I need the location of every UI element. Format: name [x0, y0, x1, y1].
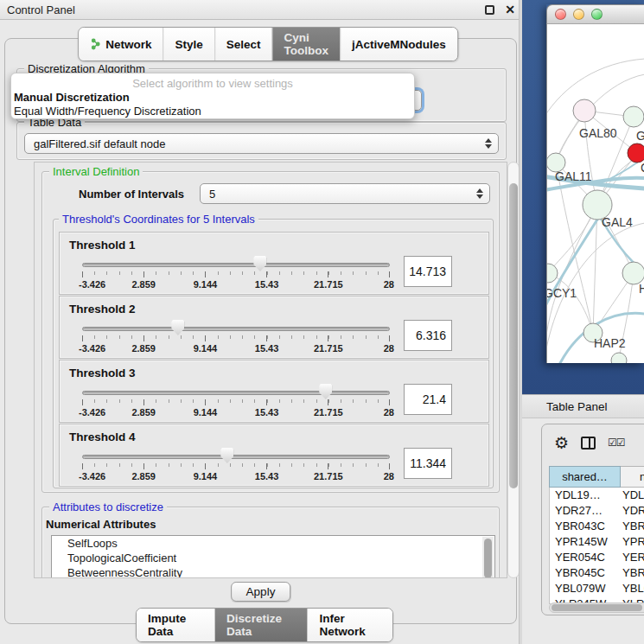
slider-track — [82, 327, 390, 331]
tick-label: 21.715 — [314, 343, 343, 354]
cell[interactable]: YBR0 — [620, 519, 644, 534]
cell[interactable]: YBL0 — [620, 581, 644, 596]
bottom-tabstrip: Impute Data Discretize Data Infer Networ… — [136, 608, 393, 642]
gear-icon[interactable]: ⚙ — [554, 435, 569, 451]
tick-label: 15.43 — [255, 279, 279, 290]
cell[interactable]: YER054C — [550, 550, 620, 565]
table-horizontal-scrollbar[interactable] — [549, 603, 644, 613]
node-attribute-table: shared… na YDL19…YDL1 YDR27…YDR2 YBR043C… — [549, 466, 644, 604]
table-data-combo[interactable]: galFiltered.sif default node — [24, 133, 499, 154]
slider-handle[interactable] — [171, 320, 184, 335]
numerical-attributes-list[interactable]: SelfLoops TopologicalCoefficient Between… — [51, 535, 495, 578]
algorithm-option-equal-width[interactable]: Equal Width/Frequency Discretization — [14, 105, 201, 118]
slider-track — [82, 391, 390, 395]
threshold-2-value-field[interactable] — [404, 320, 452, 351]
number-of-intervals-value: 5 — [209, 188, 215, 201]
column-header-name[interactable]: na — [621, 466, 644, 488]
table-row[interactable]: YBR045CYBR0 — [550, 565, 644, 581]
cell[interactable]: YDR27… — [550, 503, 620, 519]
threshold-4-slider[interactable]: -3.426 2.859 9.144 15.43 21.715 28 — [82, 448, 390, 486]
threshold-label: Threshold 4 — [69, 430, 136, 443]
list-scrollbar-thumb[interactable] — [484, 539, 492, 578]
threshold-label: Threshold 2 — [69, 303, 136, 316]
node-red — [628, 143, 644, 163]
table-row[interactable]: YPR145WYPR1 — [550, 534, 644, 550]
apply-button[interactable]: Apply — [231, 582, 291, 602]
threshold-label: Threshold 3 — [69, 367, 136, 379]
numerical-attributes-label: Numerical Attributes — [46, 518, 156, 531]
table-data-value: galFiltered.sif default node — [34, 137, 165, 150]
threshold-3-value-field[interactable] — [404, 384, 452, 415]
tick-label: 9.144 — [194, 343, 218, 354]
list-item[interactable]: BetweennessCentrality — [52, 565, 494, 578]
tick-label: 28 — [384, 471, 394, 481]
node-label-hap2: HAP2 — [594, 336, 626, 350]
cell[interactable]: YBR0 — [620, 565, 644, 581]
close-traffic-light-icon[interactable] — [555, 9, 566, 20]
table-row[interactable]: YBL079WYBL0 — [550, 581, 644, 596]
threshold-1-panel: Threshold 1 -3.426 2.859 9.144 — [59, 232, 489, 295]
panel-scrollbar-thumb[interactable] — [509, 183, 518, 488]
cell[interactable]: YER0 — [620, 550, 644, 565]
number-of-intervals-label: Number of Intervals — [79, 188, 184, 201]
slider-major-ticks — [82, 463, 390, 469]
network-canvas[interactable]: GAL80 GA C GAL11 GAL4 GCY1 H HAP2 — [546, 24, 644, 363]
table-row[interactable]: YDR27…YDR2 — [550, 503, 644, 519]
cell[interactable]: YPR1 — [620, 534, 644, 550]
tick-label: 9.144 — [194, 471, 218, 481]
cell[interactable]: YBR045C — [550, 565, 620, 581]
network-view-window[interactable]: GAL80 GA C GAL11 GAL4 GCY1 H HAP2 — [546, 4, 644, 363]
cell[interactable]: YDL1 — [620, 488, 644, 503]
threshold-4-value-field[interactable] — [404, 448, 452, 479]
tab-network[interactable]: Network — [79, 28, 163, 61]
node-label-gal4: GAL4 — [602, 215, 633, 229]
network-window-titlebar[interactable] — [546, 4, 644, 24]
tab-discretize-data[interactable]: Discretize Data — [214, 609, 307, 641]
tab-cyni-toolbox[interactable]: Cyni Toolbox — [272, 28, 340, 61]
table-row[interactable]: YBR043CYBR0 — [550, 519, 644, 534]
cell[interactable]: YPR145W — [550, 534, 620, 550]
table-scrollbar-thumb[interactable] — [552, 604, 642, 611]
number-of-intervals-combo[interactable]: 5 — [200, 183, 490, 204]
list-item[interactable]: TopologicalCoefficient — [52, 551, 494, 565]
cell[interactable]: YDR2 — [620, 503, 644, 519]
algorithm-option-manual[interactable]: Manual Discretization — [14, 91, 130, 104]
panel-scrollbar[interactable] — [507, 162, 520, 578]
slider-handle[interactable] — [253, 256, 266, 271]
tab-select[interactable]: Select — [214, 28, 272, 61]
table-row[interactable]: YER054CYER0 — [550, 550, 644, 565]
zoom-traffic-light-icon[interactable] — [591, 9, 603, 20]
tab-style[interactable]: Style — [163, 28, 214, 61]
split-view-icon[interactable] — [581, 437, 596, 450]
tick-label: 21.715 — [314, 279, 343, 290]
cell[interactable]: YBL079W — [550, 581, 620, 596]
combo-stepper-icon — [485, 138, 492, 149]
threshold-2-slider[interactable]: -3.426 2.859 9.144 15.43 21.715 28 — [82, 320, 390, 358]
close-icon[interactable]: ✕ — [505, 3, 515, 16]
list-scrollbar[interactable] — [482, 537, 494, 578]
column-visibility-icon[interactable]: ☑☑ — [608, 437, 625, 449]
slider-handle[interactable] — [220, 448, 233, 463]
slider-tick-labels: -3.426 2.859 9.144 15.43 21.715 28 — [82, 471, 390, 483]
tab-impute-data[interactable]: Impute Data — [137, 609, 214, 641]
threshold-1-value-field[interactable] — [404, 256, 452, 287]
table-row[interactable]: YDL19…YDL1 — [550, 488, 644, 503]
slider-tick-labels: -3.426 2.859 9.144 15.43 21.715 28 — [82, 279, 390, 291]
cell[interactable]: YDL19… — [550, 488, 620, 503]
column-header-shared[interactable]: shared… — [549, 466, 621, 488]
threshold-1-slider[interactable]: -3.426 2.859 9.144 15.43 21.715 28 — [82, 256, 390, 294]
settings-scroll-area: Interval Definition Number of Intervals … — [34, 162, 507, 578]
slider-handle[interactable] — [319, 384, 332, 399]
tab-label: Style — [175, 38, 202, 51]
minimize-traffic-light-icon[interactable] — [573, 9, 584, 20]
tab-infer-network[interactable]: Infer Network — [307, 609, 392, 641]
float-window-icon[interactable] — [485, 5, 494, 15]
cell[interactable]: YBR043C — [550, 519, 620, 534]
threshold-3-slider[interactable]: -3.426 2.859 9.144 15.43 21.715 28 — [82, 384, 390, 422]
tab-label: Cyni Toolbox — [284, 31, 328, 57]
tab-label: Network — [105, 38, 151, 51]
tab-jactivemnodules[interactable]: jActiveMNodules — [340, 28, 457, 61]
combo-stepper-icon — [476, 188, 483, 199]
list-item[interactable]: SelfLoops — [52, 536, 494, 551]
table-header-row: shared… na — [549, 466, 644, 488]
